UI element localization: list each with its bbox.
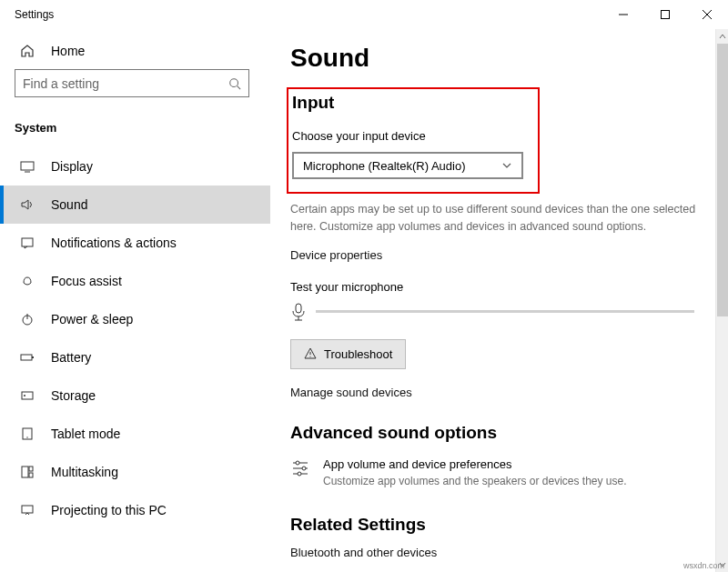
home-icon: [20, 44, 35, 58]
svg-rect-12: [32, 356, 34, 358]
storage-icon: [20, 388, 35, 403]
nav-label: Projecting to this PC: [51, 503, 167, 517]
svg-rect-11: [21, 355, 32, 360]
minimize-button[interactable]: [602, 0, 644, 29]
search-input[interactable]: Find a setting: [15, 69, 249, 97]
chevron-down-icon: [501, 160, 512, 171]
input-section-highlight: Input Choose your input device Microphon…: [287, 87, 540, 194]
main-content: Sound Input Choose your input device Mic…: [270, 29, 728, 572]
pref-subtitle: Customize app volumes and the speakers o…: [323, 475, 627, 487]
window-title: Settings: [15, 8, 602, 21]
sound-icon: [20, 197, 35, 212]
sidebar-item-power-sleep[interactable]: Power & sleep: [0, 300, 270, 338]
sidebar: Home Find a setting System Display Sound: [0, 29, 270, 572]
svg-rect-19: [29, 473, 33, 477]
sidebar-item-storage[interactable]: Storage: [0, 376, 270, 415]
close-button[interactable]: [686, 0, 728, 29]
search-placeholder: Find a setting: [23, 76, 221, 91]
warning-icon: [304, 347, 317, 360]
sidebar-item-projecting[interactable]: Projecting to this PC: [0, 491, 270, 529]
scroll-up-arrow[interactable]: [716, 29, 728, 44]
sidebar-item-battery[interactable]: Battery: [0, 338, 270, 376]
nav-label: Focus assist: [51, 274, 122, 288]
svg-point-31: [298, 472, 301, 476]
device-properties-link[interactable]: Device properties: [290, 248, 703, 262]
test-microphone-label: Test your microphone: [290, 280, 703, 294]
watermark: wsxdn.com: [683, 561, 724, 570]
battery-icon: [20, 350, 35, 365]
svg-point-16: [26, 437, 27, 437]
scrollbar[interactable]: [715, 29, 728, 572]
input-device-dropdown[interactable]: Microphone (Realtek(R) Audio): [292, 152, 523, 179]
sidebar-item-tablet-mode[interactable]: Tablet mode: [0, 415, 270, 453]
manage-sound-devices-link[interactable]: Manage sound devices: [290, 386, 703, 399]
nav-label: Power & sleep: [51, 312, 133, 326]
focus-assist-icon: [20, 274, 35, 288]
microphone-level-bar: [316, 310, 694, 313]
nav-label: Storage: [51, 388, 96, 403]
sidebar-section-label: System: [0, 112, 270, 147]
bluetooth-devices-link[interactable]: Bluetooth and other devices: [290, 546, 703, 559]
svg-rect-21: [296, 304, 301, 313]
sidebar-item-multitasking[interactable]: Multitasking: [0, 453, 270, 491]
projecting-icon: [20, 503, 35, 517]
svg-point-29: [302, 467, 306, 470]
nav-label: Sound: [51, 197, 87, 212]
troubleshoot-button[interactable]: Troubleshoot: [290, 339, 406, 369]
app-volume-preferences-link[interactable]: App volume and device preferences Custom…: [290, 457, 703, 487]
sidebar-item-sound[interactable]: Sound: [0, 186, 270, 224]
scroll-thumb[interactable]: [717, 44, 728, 316]
input-note: Certain apps may be set up to use differ…: [290, 201, 703, 236]
svg-point-27: [296, 461, 299, 465]
power-icon: [20, 312, 35, 326]
home-label: Home: [51, 44, 85, 58]
search-icon: [228, 77, 241, 90]
maximize-button[interactable]: [644, 0, 686, 29]
svg-point-25: [309, 356, 310, 356]
svg-rect-6: [21, 162, 34, 170]
troubleshoot-label: Troubleshoot: [324, 347, 392, 361]
sidebar-item-notifications[interactable]: Notifications & actions: [0, 224, 270, 262]
microphone-icon: [290, 303, 307, 321]
nav-label: Display: [51, 159, 93, 174]
choose-input-label: Choose your input device: [288, 129, 527, 143]
input-heading: Input: [288, 93, 527, 113]
svg-point-4: [230, 78, 238, 86]
svg-rect-1: [662, 11, 670, 19]
sidebar-item-home[interactable]: Home: [0, 36, 270, 69]
nav-label: Battery: [51, 350, 91, 365]
svg-line-5: [238, 85, 241, 89]
pref-title: App volume and device preferences: [323, 457, 627, 471]
advanced-options-heading: Advanced sound options: [290, 423, 703, 443]
svg-rect-18: [29, 467, 33, 471]
svg-rect-8: [22, 238, 33, 246]
sidebar-item-focus-assist[interactable]: Focus assist: [0, 262, 270, 300]
sidebar-item-display[interactable]: Display: [0, 147, 270, 186]
nav-label: Tablet mode: [51, 426, 120, 441]
multitasking-icon: [20, 465, 35, 479]
svg-rect-20: [22, 506, 33, 513]
dropdown-value: Microphone (Realtek(R) Audio): [303, 159, 501, 173]
nav-label: Multitasking: [51, 465, 118, 479]
notifications-icon: [20, 236, 35, 250]
tablet-icon: [20, 426, 35, 441]
page-title: Sound: [290, 44, 703, 73]
related-settings-heading: Related Settings: [290, 515, 703, 535]
sliders-icon: [290, 457, 310, 487]
nav-label: Notifications & actions: [51, 236, 177, 250]
svg-point-14: [24, 395, 25, 396]
display-icon: [20, 159, 35, 174]
titlebar: Settings: [0, 0, 728, 29]
svg-rect-17: [22, 467, 28, 477]
svg-rect-13: [22, 392, 33, 399]
